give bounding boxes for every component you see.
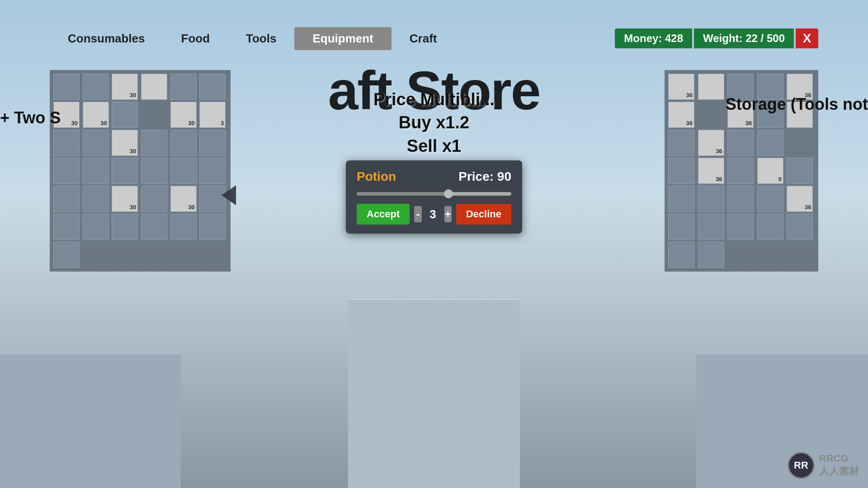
quantity-slider[interactable] <box>357 192 511 196</box>
grid-cell[interactable] <box>668 242 694 268</box>
dialog-header: Potion Price: 90 <box>357 169 511 184</box>
grid-cell[interactable] <box>757 186 783 212</box>
grid-cell[interactable] <box>668 158 694 184</box>
buy-dialog: Potion Price: 90 Accept - 3 + Decline <box>346 160 522 234</box>
grid-cell[interactable] <box>727 158 754 184</box>
grid-cell[interactable] <box>757 214 783 240</box>
grid-cell[interactable] <box>170 74 197 100</box>
grid-cell[interactable] <box>757 130 783 156</box>
grid-cell[interactable] <box>141 74 167 100</box>
tab-consumables[interactable]: Consumables <box>50 27 163 50</box>
minus-button[interactable]: - <box>414 206 421 222</box>
grid-cell[interactable] <box>668 130 694 156</box>
grid-cell[interactable]: 30 <box>112 74 138 100</box>
grid-cell[interactable] <box>53 186 80 212</box>
grid-cell[interactable] <box>199 158 226 184</box>
tab-craft[interactable]: Craft <box>392 27 455 50</box>
grid-cell[interactable] <box>53 74 80 100</box>
grid-cell[interactable]: 30 <box>112 186 138 212</box>
grid-cell[interactable] <box>727 214 754 240</box>
weight-badge: Weight: 22 / 500 <box>694 28 794 48</box>
grid-cell[interactable]: 36 <box>698 158 724 184</box>
tab-tools[interactable]: Tools <box>228 27 294 50</box>
plus-button[interactable]: + <box>444 206 452 222</box>
grid-cell[interactable] <box>698 74 724 100</box>
ground-left <box>0 352 181 488</box>
grid-cell[interactable] <box>727 130 754 156</box>
grid-cell[interactable] <box>199 214 226 240</box>
grid-cell[interactable] <box>83 186 109 212</box>
item-price: Price: 90 <box>458 169 511 184</box>
tab-equipment[interactable]: Equipment <box>294 27 391 50</box>
grid-cell[interactable] <box>53 242 80 268</box>
storage-text: Storage (Tools not <box>726 95 868 114</box>
grid-cell[interactable] <box>141 214 167 240</box>
grid-cell[interactable] <box>170 214 197 240</box>
grid-cell[interactable] <box>199 74 226 100</box>
grid-cell[interactable] <box>83 74 109 100</box>
grid-cell[interactable] <box>668 214 694 240</box>
logo-area: RR RRCG人人素材 <box>788 452 859 479</box>
grid-cell[interactable] <box>112 214 138 240</box>
grid-cell[interactable] <box>112 158 138 184</box>
close-button[interactable]: X <box>796 28 818 48</box>
logo-text: RRCG人人素材 <box>819 453 859 478</box>
grid-cell[interactable] <box>668 186 694 212</box>
grid-cell[interactable]: 30 <box>112 130 138 156</box>
grid-cell[interactable] <box>787 214 813 240</box>
grid-cell[interactable] <box>698 186 724 212</box>
grid-cell[interactable] <box>199 130 226 156</box>
grid-cell[interactable]: 3 <box>199 102 226 128</box>
grid-cell[interactable] <box>83 214 109 240</box>
plus-text: + Two S <box>0 108 61 127</box>
grid-cell[interactable]: 36 <box>668 74 694 100</box>
grid-cell[interactable] <box>83 130 109 156</box>
grid-cell[interactable]: 30 <box>170 102 197 128</box>
grid-cell[interactable]: 36 <box>787 186 813 212</box>
grid-cell[interactable] <box>141 130 167 156</box>
left-grid: 30 30 30 30 3 30 30 30 <box>53 74 227 268</box>
grid-cell[interactable] <box>170 158 197 184</box>
grid-cell[interactable] <box>53 130 80 156</box>
grid-cell[interactable] <box>141 186 167 212</box>
left-grid-panel: 30 30 30 30 3 30 30 30 <box>50 70 231 272</box>
grid-cell[interactable]: 30 <box>83 102 109 128</box>
grid-cell[interactable] <box>112 102 138 128</box>
grid-cell[interactable] <box>698 242 724 268</box>
dialog-controls: Accept - 3 + Decline <box>357 204 511 225</box>
grid-cell[interactable] <box>83 158 109 184</box>
grid-cell[interactable] <box>53 158 80 184</box>
nav-bar: Consumables Food Tools Equipment Craft M… <box>50 25 818 52</box>
money-badge: Money: 428 <box>615 28 692 48</box>
grid-cell[interactable] <box>53 214 80 240</box>
nav-money: Money: 428 Weight: 22 / 500 X <box>615 28 818 48</box>
ground-center <box>348 298 520 488</box>
logo-icon: RR <box>788 452 815 479</box>
item-name: Potion <box>357 169 396 184</box>
tab-food[interactable]: Food <box>163 27 228 50</box>
grid-cell[interactable] <box>170 130 197 156</box>
quantity-display: 3 <box>426 207 440 221</box>
grid-cell[interactable] <box>727 186 754 212</box>
slider-row <box>357 189 511 197</box>
accept-button[interactable]: Accept <box>357 204 410 225</box>
grid-cell[interactable]: 30 <box>170 186 197 212</box>
grid-cell[interactable] <box>698 214 724 240</box>
grid-cell[interactable] <box>787 158 813 184</box>
grid-cell[interactable]: 0 <box>757 158 783 184</box>
grid-cell[interactable]: 36 <box>668 102 694 128</box>
grid-cell[interactable] <box>141 158 167 184</box>
dialog-arrow <box>222 185 236 205</box>
decline-button[interactable]: Decline <box>456 204 511 225</box>
grid-cell[interactable]: 36 <box>698 130 724 156</box>
